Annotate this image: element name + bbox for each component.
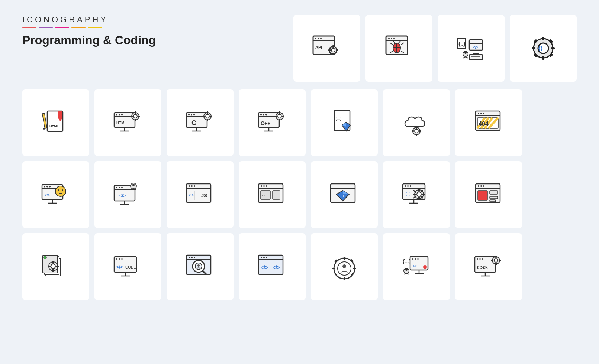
svg-text:</>: </> [412,264,417,268]
svg-point-78 [188,114,190,116]
svg-text:{...}: {...} [336,117,342,121]
svg-text:</>: </> [261,264,268,270]
svg-rect-193 [478,191,487,200]
icon-code-teach[interactable]: {...} </> [383,233,450,300]
svg-rect-47 [542,56,544,60]
icon-diamond-code[interactable]: {...} [311,161,378,228]
svg-point-158 [261,185,262,187]
icon-bug-browser[interactable] [365,15,432,82]
icon-developer[interactable]: </> [94,161,161,228]
svg-rect-179 [418,197,420,200]
icon-404-error[interactable]: 404 [455,89,522,156]
svg-rect-102 [275,116,277,117]
svg-point-223 [197,264,200,267]
svg-point-159 [263,185,265,187]
svg-rect-112 [412,130,414,132]
svg-text:{...}: {...} [339,194,344,197]
icon-gear-code[interactable]: {} [510,15,577,82]
icon-html-settings[interactable]: HTML [94,89,161,156]
svg-rect-73 [135,119,136,121]
svg-rect-49 [551,47,555,49]
svg-point-150 [189,185,190,187]
svg-rect-178 [418,189,420,192]
svg-point-258 [479,258,481,260]
icon-row-3: </> CODE [22,233,577,300]
svg-rect-58 [58,111,62,118]
icon-code-monitor[interactable]: </> CODE [94,233,161,300]
svg-rect-74 [131,116,133,117]
svg-text:{..}: {..} [274,194,277,197]
brand-line-1 [22,27,36,28]
svg-text:</>: </> [45,193,50,197]
svg-rect-180 [413,194,416,195]
svg-rect-234 [344,257,345,260]
svg-point-191 [480,185,482,187]
svg-text:{..}: {..} [458,41,466,47]
svg-point-174 [410,185,411,187]
svg-point-220 [194,257,195,258]
svg-point-66 [121,114,123,116]
svg-point-247 [415,258,416,260]
svg-point-219 [191,257,193,258]
svg-point-3 [318,38,319,39]
svg-point-246 [412,258,413,260]
svg-point-229 [266,257,267,258]
icon-html-file[interactable]: {...} HTML [22,89,89,156]
svg-rect-10 [328,49,331,51]
svg-rect-266 [495,263,497,265]
svg-rect-55 [42,113,47,128]
svg-point-7 [331,48,335,52]
svg-text:{...}: {...} [49,119,55,123]
icon-code-review[interactable]: {..} </> [438,15,505,82]
svg-point-71 [133,114,137,118]
svg-point-172 [405,185,406,187]
icon-gear-monitor[interactable]: {...} [383,161,450,228]
svg-text:C++: C++ [261,120,270,126]
icon-js-browser[interactable]: </> JS [167,161,234,228]
svg-point-19 [391,38,392,39]
icon-code-blocks[interactable]: <> {..} [239,161,306,228]
svg-point-133 [58,189,59,191]
svg-point-211 [121,258,123,260]
brand-section: ICONOGRAPHY Programming & Coding [22,15,156,47]
svg-point-130 [49,186,51,188]
icon-dual-code[interactable]: </> </> [239,233,306,300]
svg-point-93 [263,114,264,116]
svg-point-117 [480,113,482,114]
icon-code-emoji[interactable]: </> [22,161,89,228]
svg-rect-194 [490,191,498,194]
svg-point-233 [338,262,351,275]
svg-point-249 [423,265,427,269]
icon-search-browser[interactable] [167,233,234,300]
icon-browser-layout[interactable] [455,161,522,228]
svg-point-257 [477,258,478,260]
top-icons-row: API [293,15,577,82]
svg-point-129 [46,186,48,188]
icon-file-settings[interactable] [22,233,89,300]
svg-rect-89 [210,116,212,117]
icon-cpp-settings[interactable]: C++ [239,89,306,156]
page-title: Programming & Coding [22,33,156,47]
icon-cloud-settings[interactable] [383,89,450,156]
svg-rect-110 [416,126,417,129]
svg-text:API: API [315,45,322,49]
svg-point-151 [191,185,193,187]
svg-rect-88 [203,116,205,117]
icon-css-settings[interactable]: CSS [455,233,522,300]
icon-c-settings[interactable]: C [167,89,234,156]
svg-point-192 [483,185,484,187]
icon-developer-gear[interactable] [311,233,378,300]
svg-point-152 [194,185,195,187]
svg-point-200 [44,256,46,259]
svg-point-142 [121,187,123,188]
svg-rect-267 [491,260,493,261]
svg-rect-206 [56,266,59,267]
svg-text:HTML: HTML [116,121,127,125]
svg-rect-8 [332,45,334,48]
svg-point-160 [266,185,267,187]
icon-ruby-file[interactable]: {...} [311,89,378,156]
icon-api-settings[interactable]: API [293,15,360,82]
svg-rect-101 [279,119,280,121]
svg-text:</>: </> [116,264,123,270]
svg-rect-48 [532,47,535,49]
